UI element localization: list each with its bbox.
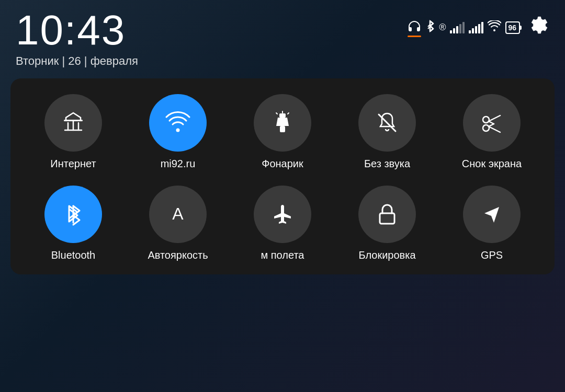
tile-brightness[interactable]: A Автояркость xyxy=(131,186,225,261)
tile-brightness-label: Автояркость xyxy=(148,249,208,261)
svg-point-1 xyxy=(176,129,180,132)
tiles-row-2: Bluetooth A Автояркость м полета xyxy=(21,186,544,261)
tile-flashlight-circle xyxy=(254,94,311,152)
tile-lock[interactable]: Блокировка xyxy=(340,186,434,261)
tile-bluetooth-circle xyxy=(44,186,102,243)
settings-icon[interactable] xyxy=(529,16,549,39)
tile-screenshot[interactable]: Снок экрана xyxy=(445,94,539,170)
svg-rect-3 xyxy=(280,126,285,132)
tile-bluetooth[interactable]: Bluetooth xyxy=(26,186,120,261)
status-bar: 10:43 Вторник | 26 | февраля ® xyxy=(0,0,565,73)
tile-internet-circle xyxy=(44,94,102,152)
svg-line-12 xyxy=(489,121,494,124)
svg-rect-2 xyxy=(279,113,286,118)
registered-icon: ® xyxy=(439,22,446,33)
signal-bars-1 xyxy=(450,22,465,33)
svg-line-6 xyxy=(288,113,289,114)
svg-point-8 xyxy=(483,117,489,123)
svg-text:A: A xyxy=(172,204,184,223)
tile-internet-label: Интернет xyxy=(50,158,96,170)
tile-gps-label: GPS xyxy=(481,249,503,261)
tile-brightness-circle: A xyxy=(149,186,207,243)
tile-flashlight-label: Фонарик xyxy=(262,158,303,170)
svg-line-5 xyxy=(276,113,277,114)
tile-silent[interactable]: Без звука xyxy=(340,94,434,170)
svg-point-9 xyxy=(483,125,489,131)
status-icons: ® 96 xyxy=(408,9,549,39)
tile-screenshot-circle xyxy=(463,94,521,152)
tiles-row-1: Интернет mi92.ru xyxy=(21,94,544,170)
battery-level: 96 xyxy=(508,24,516,32)
wifi-status-icon xyxy=(488,20,501,35)
tile-airplane-label: м полета xyxy=(261,249,304,261)
tile-wifi-label: mi92.ru xyxy=(161,158,196,170)
svg-line-10 xyxy=(489,116,500,121)
date-display: Вторник | 26 | февраля xyxy=(16,54,138,68)
time-date: 10:43 Вторник | 26 | февраля xyxy=(16,9,138,68)
signal-bars-2 xyxy=(469,22,483,33)
tile-bluetooth-label: Bluetooth xyxy=(51,249,96,261)
tile-gps-circle xyxy=(463,186,521,243)
battery-icon: 96 xyxy=(505,21,520,34)
time-display: 10:43 xyxy=(16,9,138,51)
bluetooth-status-icon xyxy=(425,20,435,36)
tile-airplane[interactable]: м полета xyxy=(235,186,330,261)
svg-line-11 xyxy=(489,126,500,132)
tile-airplane-circle xyxy=(254,186,311,243)
tile-internet[interactable]: Интернет xyxy=(26,94,120,170)
svg-line-13 xyxy=(489,124,494,126)
tile-flashlight[interactable]: Фонарик xyxy=(235,94,330,170)
headphone-icon xyxy=(408,20,421,35)
tile-lock-label: Блокировка xyxy=(358,249,415,261)
svg-rect-15 xyxy=(380,213,394,224)
tile-silent-label: Без звука xyxy=(364,158,410,170)
tile-silent-circle xyxy=(358,94,416,152)
tile-gps[interactable]: GPS xyxy=(445,186,539,261)
tile-wifi-circle xyxy=(149,94,207,152)
tile-wifi[interactable]: mi92.ru xyxy=(131,94,225,170)
tile-screenshot-label: Снок экрана xyxy=(462,158,522,170)
quick-settings-panel: Интернет mi92.ru xyxy=(10,78,555,274)
tile-lock-circle xyxy=(358,186,416,243)
